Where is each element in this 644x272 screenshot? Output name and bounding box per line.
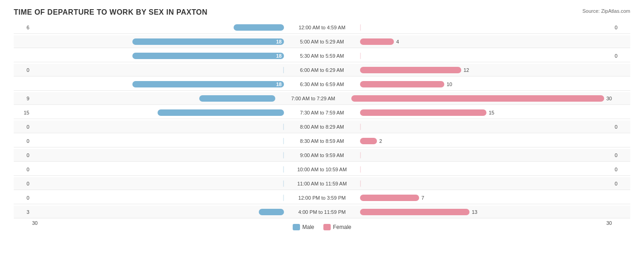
male-bar-wrap	[32, 180, 285, 187]
male-bar: 18	[132, 53, 284, 59]
right-value: 0	[612, 167, 630, 172]
female-bar	[360, 138, 377, 144]
male-bar-wrap	[32, 137, 285, 145]
female-bar	[360, 38, 394, 45]
left-value: 3	[14, 209, 32, 215]
chart-row: 0 9:00 AM to 9:59 AM 0	[14, 149, 630, 162]
time-label: 8:30 AM to 8:59 AM	[285, 138, 359, 144]
female-bar-wrap	[359, 52, 612, 60]
male-bar-wrap	[32, 166, 285, 173]
male-bar-wrap	[32, 109, 285, 116]
legend-male: Male	[293, 224, 314, 230]
male-bar-wrap	[32, 66, 285, 74]
time-label: 8:00 AM to 8:29 AM	[285, 124, 359, 130]
male-bar	[283, 138, 284, 144]
female-bar-wrap: 2	[359, 137, 612, 145]
chart-container: TIME OF DEPARTURE TO WORK BY SEX IN PAXT…	[0, 0, 644, 272]
female-bar-wrap: 12	[359, 66, 612, 74]
left-value: 6	[14, 25, 32, 30]
chart-row: 0 10:00 AM to 10:59 AM 0	[14, 163, 630, 176]
female-bar-wrap	[359, 123, 612, 131]
female-bar	[360, 53, 361, 59]
female-bar	[360, 209, 469, 215]
chart-row: 0 11:00 AM to 11:59 AM 0	[14, 177, 630, 190]
female-legend-label: Female	[333, 224, 351, 230]
female-bar	[360, 109, 486, 116]
female-bar-wrap: 4	[359, 38, 612, 45]
male-bar: 18	[132, 81, 284, 87]
chart-row: 18 5:30 AM to 5:59 AM 0	[14, 49, 630, 62]
male-bar-wrap: 18	[32, 81, 285, 88]
right-value: 0	[612, 152, 630, 158]
chart-row: 18 5:00 AM to 5:29 AM 4	[14, 35, 630, 48]
time-label: 9:00 AM to 9:59 AM	[285, 152, 359, 158]
male-bar-wrap: 18	[32, 38, 285, 45]
time-label: 6:00 AM to 6:29 AM	[285, 67, 359, 73]
male-bar: 18	[132, 38, 284, 45]
female-bar	[351, 95, 604, 102]
male-bar	[234, 24, 284, 31]
male-bar-wrap	[32, 208, 285, 216]
female-bar	[360, 166, 361, 173]
left-value: 15	[14, 110, 32, 115]
time-label: 10:00 AM to 10:59 AM	[285, 167, 359, 172]
female-bar-wrap: 15	[359, 109, 612, 116]
chart-row: 18 6:30 AM to 6:59 AM 10	[14, 78, 630, 91]
time-label: 12:00 PM to 3:59 PM	[285, 195, 359, 201]
time-label: 4:00 PM to 11:59 PM	[285, 209, 359, 215]
right-value: 0	[612, 25, 630, 30]
female-legend-box	[323, 224, 331, 230]
chart-row: 6 12:00 AM to 4:59 AM 0	[14, 21, 630, 34]
bottom-labels: 30 Male Female 30	[14, 220, 630, 230]
male-bar	[283, 124, 284, 130]
chart-area: 6 12:00 AM to 4:59 AM 0 18 5:00 AM to 5:…	[14, 21, 630, 218]
chart-row: 15 7:30 AM to 7:59 AM 15	[14, 106, 630, 119]
legend: Male Female	[293, 224, 351, 230]
left-value: 0	[14, 167, 32, 172]
chart-row: 0 12:00 PM to 3:59 PM 7	[14, 191, 630, 204]
male-bar	[259, 209, 284, 215]
male-bar	[283, 166, 284, 173]
right-value: 0	[612, 124, 630, 130]
female-bar-wrap: 10	[359, 81, 612, 88]
female-bar-wrap	[359, 180, 612, 187]
male-bar-wrap	[32, 24, 285, 31]
female-bar-wrap	[359, 166, 612, 173]
female-bar	[360, 195, 419, 201]
chart-row: 0 8:00 AM to 8:29 AM 0	[14, 120, 630, 133]
right-value: 0	[612, 181, 630, 186]
time-label: 11:00 AM to 11:59 AM	[285, 181, 359, 186]
chart-row: 3 4:00 PM to 11:59 PM 13	[14, 206, 630, 218]
left-value: 0	[14, 138, 32, 144]
female-bar	[360, 67, 461, 73]
male-bar-wrap	[32, 152, 285, 159]
bottom-right-label: 30	[606, 220, 612, 230]
female-bar-wrap	[359, 24, 612, 31]
female-bar-wrap	[359, 152, 612, 159]
male-bar	[283, 67, 284, 73]
male-bar-wrap: 18	[32, 52, 285, 60]
chart-row: 9 7:00 AM to 7:29 AM 30	[14, 92, 630, 105]
male-bar-wrap	[32, 95, 277, 102]
legend-female: Female	[323, 224, 351, 230]
female-bar	[360, 24, 361, 31]
left-value: 0	[14, 124, 32, 130]
left-value: 9	[14, 96, 32, 101]
chart-row: 0 8:30 AM to 8:59 AM 2	[14, 135, 630, 147]
right-value: 0	[612, 53, 630, 59]
chart-row: 0 6:00 AM to 6:29 AM 12	[14, 64, 630, 76]
male-legend-label: Male	[302, 224, 314, 230]
female-bar	[360, 81, 444, 87]
male-bar	[283, 152, 284, 158]
male-bar-wrap	[32, 123, 285, 131]
female-bar	[360, 152, 361, 158]
chart-title: TIME OF DEPARTURE TO WORK BY SEX IN PAXT…	[14, 8, 630, 16]
female-bar-wrap: 30	[350, 95, 612, 102]
female-bar	[360, 124, 361, 130]
left-value: 0	[14, 152, 32, 158]
female-bar-wrap: 7	[359, 194, 612, 201]
time-label: 7:30 AM to 7:59 AM	[285, 110, 359, 115]
male-bar	[158, 109, 284, 116]
time-label: 5:00 AM to 5:29 AM	[285, 39, 359, 44]
left-value: 0	[14, 195, 32, 201]
